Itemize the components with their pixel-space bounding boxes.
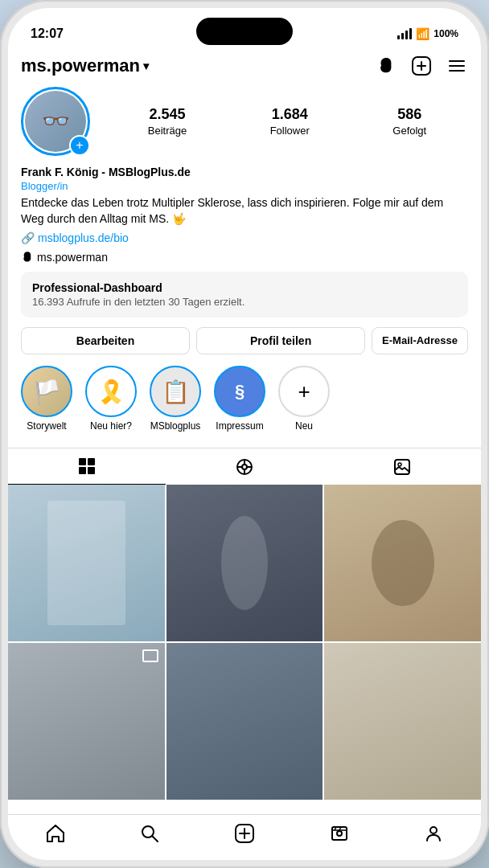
signal-icon bbox=[397, 28, 412, 39]
impressum-label: Impressum bbox=[216, 420, 263, 432]
new-plus-icon: + bbox=[298, 379, 310, 404]
posts-stat[interactable]: 2.545 Beiträge bbox=[148, 106, 187, 137]
highlight-storywelt[interactable]: 🏳️ Storywelt bbox=[21, 366, 72, 432]
svg-point-11 bbox=[242, 465, 247, 469]
profile-bio: Entdecke das Leben trotz Multipler Skler… bbox=[21, 195, 468, 227]
grid-photo-4[interactable] bbox=[8, 643, 165, 800]
svg-rect-16 bbox=[395, 460, 409, 474]
profile-header: ms.powerman ▾ bbox=[8, 48, 481, 80]
link-text: msblogplus.de/bio bbox=[38, 231, 129, 244]
link-icon: 🔗 bbox=[21, 231, 35, 244]
dashboard-title: Professional-Dashboard bbox=[32, 281, 457, 294]
following-stat[interactable]: 586 Gefolgt bbox=[392, 106, 426, 137]
followers-label: Follower bbox=[270, 125, 310, 137]
profile-top: 👓 + 2.545 Beiträge 1.684 Follower bbox=[21, 87, 468, 156]
posts-count: 2.545 bbox=[148, 106, 187, 123]
svg-rect-7 bbox=[88, 458, 95, 465]
content-tab-bar bbox=[8, 448, 481, 485]
grid-photo-5[interactable] bbox=[166, 643, 323, 800]
status-icons: 📶 100% bbox=[397, 27, 458, 40]
highlight-new[interactable]: + Neu bbox=[278, 366, 330, 432]
menu-icon-button[interactable] bbox=[446, 55, 468, 77]
nav-home[interactable] bbox=[8, 823, 103, 844]
profile-category[interactable]: Blogger/in bbox=[21, 180, 468, 192]
svg-point-27 bbox=[430, 827, 437, 833]
nav-add[interactable] bbox=[197, 823, 292, 844]
status-time: 12:07 bbox=[31, 27, 64, 41]
svg-line-19 bbox=[153, 837, 158, 842]
profile-link[interactable]: 🔗 msblogplus.de/bio bbox=[21, 231, 468, 244]
professional-dashboard[interactable]: Professional-Dashboard 16.393 Aufrufe in… bbox=[21, 272, 468, 317]
followers-count: 1.684 bbox=[270, 106, 310, 123]
bio-section: Frank F. König - MSBlogPlus.de Blogger/i… bbox=[21, 166, 468, 264]
tab-reels[interactable] bbox=[166, 448, 323, 485]
highlights-section: 🏳️ Storywelt 🎗️ Neu hier? 📋 bbox=[21, 366, 468, 441]
username-text: ms.powerman bbox=[21, 55, 140, 76]
posts-label: Beiträge bbox=[148, 125, 187, 137]
wifi-icon: 📶 bbox=[416, 27, 429, 40]
highlight-circle-impressum: § bbox=[214, 366, 265, 417]
storywelt-label: Storywelt bbox=[27, 420, 66, 432]
bottom-navigation bbox=[8, 814, 481, 860]
add-post-icon-button[interactable] bbox=[410, 55, 433, 77]
impressum-emoji: § bbox=[235, 381, 244, 402]
highlight-circle-neuhier: 🎗️ bbox=[85, 366, 137, 417]
grid-photo-1[interactable] bbox=[8, 485, 165, 641]
svg-point-17 bbox=[398, 463, 401, 466]
tab-tagged[interactable] bbox=[323, 448, 481, 485]
phone-frame: 12:07 📶 100% ms.powerman bbox=[0, 0, 489, 868]
instagram-content: ms.powerman ▾ bbox=[8, 48, 481, 814]
threads-username: ms.powerman bbox=[37, 251, 108, 264]
grid-photo-2[interactable] bbox=[166, 485, 323, 641]
msblogplus-label: MSblogplus bbox=[150, 420, 201, 432]
highlight-impressum[interactable]: § Impressum bbox=[214, 366, 265, 432]
photo-grid bbox=[8, 485, 481, 799]
neuhier-label: Neu hier? bbox=[90, 420, 132, 432]
highlight-circle-new: + bbox=[278, 366, 330, 417]
grid-photo-6[interactable] bbox=[324, 643, 481, 800]
avatar-emoji: 👓 bbox=[42, 110, 70, 133]
threads-handle: ms.powerman bbox=[21, 251, 468, 264]
tab-grid[interactable] bbox=[8, 448, 166, 485]
nav-profile[interactable] bbox=[386, 823, 481, 844]
followers-stat[interactable]: 1.684 Follower bbox=[270, 106, 310, 137]
dashboard-subtitle: 16.393 Aufrufe in den letzten 30 Tagen e… bbox=[32, 296, 457, 308]
highlight-circle-storywelt: 🏳️ bbox=[21, 366, 72, 417]
avatar-add-button[interactable]: + bbox=[69, 135, 90, 156]
new-label: Neu bbox=[295, 420, 313, 432]
following-count: 586 bbox=[392, 106, 426, 123]
threads-icon-button[interactable] bbox=[375, 55, 397, 77]
edit-profile-button[interactable]: Bearbeiten bbox=[21, 327, 190, 354]
profile-section: 👓 + 2.545 Beiträge 1.684 Follower bbox=[8, 80, 481, 448]
svg-rect-9 bbox=[88, 467, 95, 474]
action-buttons: Bearbeiten Profil teilen E-Mail-Adresse bbox=[21, 327, 468, 354]
stats-container: 2.545 Beiträge 1.684 Follower 586 Gefolg… bbox=[106, 106, 468, 137]
storywelt-emoji: 🏳️ bbox=[33, 379, 61, 405]
msblogplus-emoji: 📋 bbox=[162, 379, 190, 405]
dynamic-island bbox=[196, 18, 293, 45]
email-address-button[interactable]: E-Mail-Adresse bbox=[372, 327, 468, 354]
neuhier-emoji: 🎗️ bbox=[97, 379, 125, 405]
username-chevron-icon: ▾ bbox=[143, 59, 149, 72]
profile-full-name: Frank F. König - MSBlogPlus.de bbox=[21, 166, 468, 178]
share-profile-button[interactable]: Profil teilen bbox=[196, 327, 365, 354]
svg-rect-8 bbox=[79, 467, 86, 474]
phone-screen: 12:07 📶 100% ms.powerman bbox=[8, 8, 481, 860]
highlight-msblogplus[interactable]: 📋 MSblogplus bbox=[150, 366, 201, 432]
svg-point-23 bbox=[337, 831, 342, 836]
username-button[interactable]: ms.powerman ▾ bbox=[21, 55, 149, 76]
nav-search[interactable] bbox=[103, 823, 198, 844]
svg-rect-6 bbox=[79, 458, 86, 465]
battery-icon: 100% bbox=[434, 28, 458, 39]
nav-reels[interactable] bbox=[292, 823, 387, 844]
following-label: Gefolgt bbox=[392, 125, 426, 137]
avatar-container: 👓 + bbox=[21, 87, 90, 156]
highlight-circle-msblogplus: 📋 bbox=[150, 366, 201, 417]
grid-photo-3[interactable] bbox=[324, 485, 481, 641]
header-action-icons bbox=[375, 55, 468, 77]
highlight-neu-hier[interactable]: 🎗️ Neu hier? bbox=[85, 366, 137, 432]
